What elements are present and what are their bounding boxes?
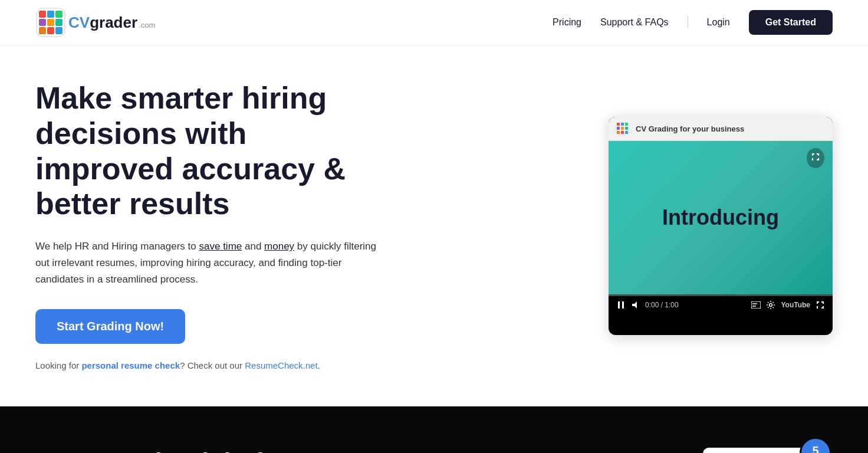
svg-rect-19 [625,131,628,134]
desc-and1: and [242,241,264,252]
svg-rect-17 [617,131,620,134]
nav-support[interactable]: Support & FAQs [600,17,669,28]
svg-rect-8 [47,27,54,34]
svg-rect-6 [55,19,63,26]
dark-content: Is CV Grader right for you? ✔ Do you nee… [35,448,359,453]
money-link[interactable]: money [264,241,294,252]
personal-resume-link[interactable]: personal resume check [81,360,180,370]
hero-note: Looking for personal resume check? Check… [35,360,389,371]
svg-rect-5 [47,19,54,26]
video-introducing-text: Introducing [662,205,779,230]
video-header: CV Grading for your business [609,117,833,141]
svg-rect-15 [621,127,624,130]
svg-rect-9 [55,27,63,34]
svg-rect-20 [618,301,620,308]
start-grading-button[interactable]: Start Grading Now! [35,309,185,344]
svg-rect-1 [39,11,46,18]
svg-rect-13 [625,123,628,126]
play-pause-button[interactable] [617,301,625,309]
svg-rect-12 [621,123,624,126]
fullscreen-button[interactable] [816,301,824,309]
svg-rect-7 [39,27,46,34]
logo-icon [35,7,66,38]
hero-title: Make smarter hiring decisions with impro… [35,81,389,222]
progress-bar[interactable] [609,294,833,296]
nav-links: Pricing Support & FAQs Login Get Started [553,10,833,35]
logo-domain: .com [139,21,155,29]
youtube-label: YouTube [781,301,810,309]
logo[interactable]: CVgrader .com [35,7,155,38]
resume-card-container: 5 /5 GENE HOFFMAN Bar Manager [703,448,833,453]
dark-section: Is CV Grader right for you? ✔ Do you nee… [0,406,868,453]
desc-prefix: We help HR and Hiring managers to [35,241,199,252]
svg-rect-4 [39,19,46,26]
video-logo-icon [616,122,630,136]
video-title: CV Grading for your business [636,124,744,133]
svg-rect-18 [621,131,624,134]
hero-content: Make smarter hiring decisions with impro… [35,81,389,371]
dark-title: Is CV Grader right for you? [35,448,359,453]
svg-rect-21 [622,301,624,308]
svg-rect-14 [617,127,620,130]
video-controls: 0:00 / 1:00 YouTube [609,296,833,314]
video-time: 0:00 / 1:00 [645,301,745,309]
svg-rect-23 [751,301,761,308]
volume-button[interactable] [631,301,639,309]
hero-video[interactable]: CV Grading for your business Introducing… [609,117,833,335]
save-time-link[interactable]: save time [199,241,242,252]
svg-point-26 [770,304,772,307]
nav-login[interactable]: Login [707,17,730,28]
resume-card: 5 /5 GENE HOFFMAN Bar Manager [703,448,821,453]
video-main[interactable]: Introducing [609,141,833,294]
note-suffix: ? Check out our [180,360,245,370]
svg-marker-22 [632,301,637,308]
svg-rect-2 [47,11,54,18]
navbar: CVgrader .com Pricing Support & FAQs Log… [0,0,868,45]
settings-button[interactable] [767,301,775,309]
score-number: 5 [812,445,818,453]
logo-cv-text: CVgrader [68,14,137,32]
nav-pricing[interactable]: Pricing [553,17,581,28]
note-prefix: Looking for [35,360,81,370]
svg-rect-11 [617,123,620,126]
svg-rect-16 [625,127,628,130]
score-badge: 5 /5 [800,437,831,453]
dark-section-inner: Is CV Grader right for you? ✔ Do you nee… [35,448,833,453]
subtitles-button[interactable] [751,301,761,308]
get-started-button[interactable]: Get Started [749,10,833,35]
nav-divider [688,17,688,28]
note-dot: . [318,360,320,370]
video-expand-icon[interactable] [807,148,824,168]
hero-description: We help HR and Hiring managers to save t… [35,238,389,288]
hero-section: Make smarter hiring decisions with impro… [0,45,868,406]
resume-check-link[interactable]: ResumeCheck.net [245,360,317,370]
svg-rect-3 [55,11,63,18]
